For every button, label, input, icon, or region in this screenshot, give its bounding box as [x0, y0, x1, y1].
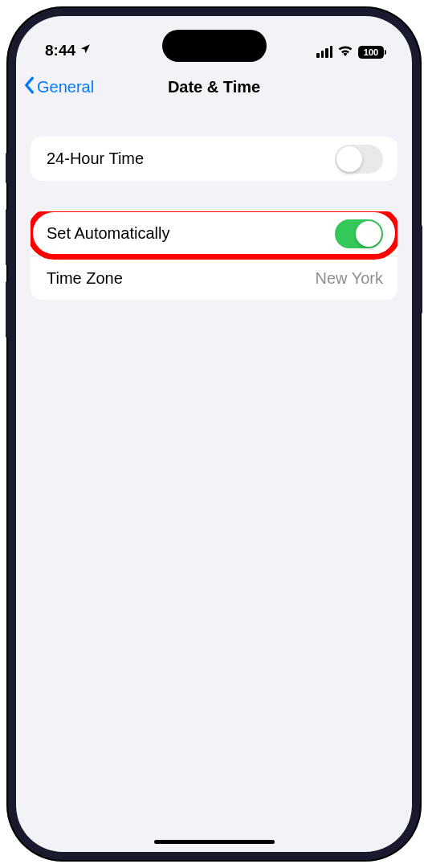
cellular-signal-icon	[316, 46, 332, 58]
home-indicator[interactable]	[154, 840, 275, 844]
status-time: 8:44	[45, 42, 75, 59]
twentyfour-hour-row[interactable]: 24-Hour Time	[31, 137, 397, 181]
wifi-icon	[337, 44, 353, 59]
battery-level: 100	[364, 47, 378, 57]
silent-switch	[6, 153, 8, 183]
back-label: General	[37, 78, 94, 96]
timezone-label: Time Zone	[47, 269, 123, 288]
set-automatically-label: Set Automatically	[47, 224, 169, 243]
set-automatically-toggle[interactable]	[335, 219, 383, 248]
timezone-row[interactable]: Time Zone New York	[31, 256, 397, 300]
twentyfour-hour-toggle[interactable]	[335, 145, 383, 174]
phone-screen: 8:44 100	[16, 16, 412, 852]
twentyfour-hour-label: 24-Hour Time	[47, 149, 144, 168]
settings-group-time-format: 24-Hour Time	[31, 137, 397, 181]
battery-indicator: 100	[358, 46, 386, 59]
timezone-value: New York	[316, 269, 384, 288]
back-button[interactable]: General	[22, 76, 94, 98]
power-button	[420, 225, 422, 313]
status-time-container: 8:44	[45, 42, 91, 59]
settings-group-auto: Set Automatically Time Zone New York	[31, 211, 397, 300]
toggle-knob	[336, 146, 362, 172]
navigation-bar: General Date & Time	[16, 63, 412, 111]
volume-up-button	[6, 209, 8, 265]
status-indicators: 100	[316, 44, 386, 59]
location-icon	[79, 43, 91, 57]
toggle-knob	[356, 221, 381, 247]
chevron-left-icon	[22, 76, 35, 98]
dynamic-island	[162, 30, 267, 62]
phone-frame: 8:44 100	[8, 8, 420, 860]
set-automatically-row[interactable]: Set Automatically	[31, 211, 397, 256]
settings-group-auto-wrapper: Set Automatically Time Zone New York	[31, 211, 397, 300]
page-title: Date & Time	[168, 78, 260, 96]
volume-down-button	[6, 281, 8, 338]
content-area: 24-Hour Time Set Automatically	[16, 111, 412, 300]
